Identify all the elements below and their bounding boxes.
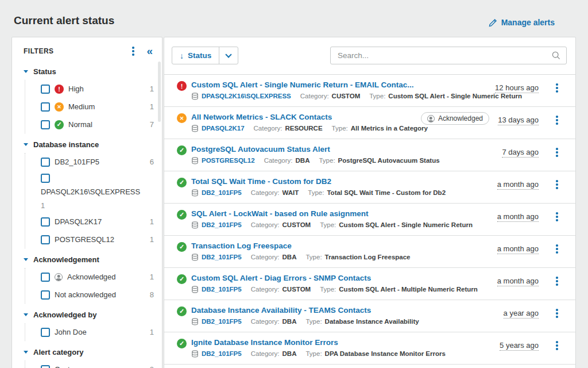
row-kebab-menu-icon[interactable]: [556, 83, 558, 93]
alert-title-link[interactable]: Total SQL Wait Time - Custom for DB2: [191, 177, 455, 186]
alert-time[interactable]: a month ago: [497, 212, 539, 222]
alert-time[interactable]: 7 days ago: [502, 148, 539, 158]
row-kebab-menu-icon[interactable]: [556, 244, 558, 254]
row-kebab-menu-icon[interactable]: [556, 179, 558, 189]
alert-time[interactable]: a month ago: [497, 244, 539, 254]
alert-time[interactable]: a year ago: [504, 309, 539, 319]
category-label: Category:: [264, 156, 293, 164]
filter-section-header[interactable]: Database instance: [24, 136, 162, 153]
status-icon: [177, 178, 187, 187]
filter-checkbox[interactable]: [41, 235, 50, 244]
sort-dropdown-button[interactable]: [219, 47, 238, 64]
filter-checkbox[interactable]: [41, 85, 50, 94]
category-label: Category:: [251, 317, 280, 325]
chevron-down-icon: [24, 351, 28, 354]
filter-section-header[interactable]: Status: [24, 63, 162, 80]
filter-section-header[interactable]: Alert category: [24, 343, 162, 361]
instance-link[interactable]: DB2_101FP5: [202, 285, 242, 293]
alert-row-body: Transaction Log Freespace DB2_101FP5 Cat…: [191, 241, 420, 261]
row-kebab-menu-icon[interactable]: [556, 212, 558, 221]
filter-items: Custom 3: [25, 361, 154, 368]
alert-title-link[interactable]: Custom SQL Alert - Single Numeric Return…: [191, 80, 478, 90]
category-value: CUSTOM: [283, 221, 311, 229]
type-label: Type:: [305, 350, 322, 358]
filter-checkbox[interactable]: [41, 328, 50, 337]
type-label: Type:: [332, 124, 348, 132]
filter-item[interactable]: Acknowledged 1: [41, 268, 154, 286]
filter-section-header[interactable]: Acknowledgement: [24, 251, 162, 268]
filter-item-label: DPASQL2K16\SQLEXPRESS: [41, 187, 140, 197]
alert-title-link[interactable]: PostgreSQL Autovacuum Status Alert: [191, 144, 449, 154]
alert-time[interactable]: 13 days ago: [498, 116, 539, 125]
category-value: CUSTOM: [332, 92, 361, 100]
category-label: Category:: [254, 124, 283, 132]
filter-section-header[interactable]: Acknowledged by: [24, 306, 162, 323]
alert-row: Custom SQL Alert - Diag Errors - SNMP Co…: [164, 268, 575, 300]
alert-row: All Network Metrics - SLACK Contacts DPA…: [164, 107, 575, 139]
search-input[interactable]: [330, 47, 567, 64]
collapse-panel-icon[interactable]: «: [146, 48, 153, 55]
filter-checkbox[interactable]: [41, 120, 50, 129]
row-kebab-menu-icon[interactable]: [556, 276, 558, 286]
filter-item[interactable]: POSTGRESQL12 1: [41, 231, 154, 248]
row-kebab-menu-icon[interactable]: [556, 115, 558, 125]
row-kebab-menu-icon[interactable]: [556, 147, 558, 157]
instance-link[interactable]: DB2_101FP5: [202, 317, 242, 325]
instance-link[interactable]: POSTGRESQL12: [202, 156, 255, 164]
filter-item[interactable]: Medium 1: [41, 98, 154, 116]
filter-checkbox[interactable]: [41, 290, 50, 300]
alert-title-link[interactable]: All Network Metrics - SLACK Contacts: [191, 112, 437, 122]
category-value: DBA: [283, 350, 297, 358]
type-value: Custom SQL Alert - Multiple Numeric Retu…: [339, 285, 478, 293]
database-icon: [191, 189, 199, 197]
manage-alerts-label: Manage alerts: [501, 18, 555, 27]
alert-title-link[interactable]: Ignite Database Instance Monitor Errors: [191, 338, 455, 347]
alert-title-link[interactable]: Transaction Log Freespace: [191, 241, 420, 251]
instance-link[interactable]: DB2_101FP5: [202, 350, 242, 358]
filter-item[interactable]: John Doe 1: [41, 323, 154, 341]
instance-link[interactable]: DPASQL2K16\SQLEXPRESS: [202, 92, 291, 100]
filter-items: Acknowledged 1 Not acknowledged 8: [25, 268, 154, 304]
filter-checkbox[interactable]: [41, 158, 50, 167]
filter-checkbox[interactable]: [41, 174, 50, 183]
instance-link[interactable]: DB2_101FP5: [202, 253, 242, 261]
filter-item[interactable]: DPASQL2K16\SQLEXPRESS 1: [41, 171, 154, 213]
filters-kebab-menu-icon[interactable]: [132, 46, 134, 56]
filter-checkbox[interactable]: [41, 365, 50, 368]
alert-time[interactable]: a month ago: [497, 180, 539, 190]
alert-row-subtitle: POSTGRESQL12 Category: DBA Type: Postgre…: [191, 156, 449, 164]
filter-checkbox[interactable]: [41, 217, 50, 227]
alert-row-body: Database Instance Availability - TEAMS C…: [191, 305, 428, 325]
database-icon: [191, 93, 199, 100]
sort-status-button[interactable]: Status: [172, 47, 219, 64]
filter-item[interactable]: DB2_101FP5 6: [41, 153, 154, 171]
alert-row: SQL Alert - LockWait - based on Rule asi…: [164, 204, 575, 236]
alert-row: Database Instance Availability - TEAMS C…: [164, 300, 575, 332]
status-icon: [177, 210, 187, 220]
filter-item[interactable]: Not acknowledged 8: [41, 286, 154, 304]
instance-link[interactable]: DPASQL2K17: [202, 124, 245, 132]
filter-item[interactable]: Custom 3: [41, 361, 154, 368]
filter-item[interactable]: DPASQL2K17 1: [41, 213, 154, 231]
filter-checkbox[interactable]: [41, 102, 50, 112]
filter-checkbox[interactable]: [41, 273, 50, 282]
sidebar-scrollbar[interactable]: [158, 62, 161, 122]
alert-time[interactable]: 12 hours ago: [495, 83, 539, 93]
status-icon: [177, 306, 187, 316]
instance-link[interactable]: DB2_101FP5: [202, 221, 242, 229]
alert-title-link[interactable]: Database Instance Availability - TEAMS C…: [191, 305, 428, 315]
alert-time[interactable]: a month ago: [497, 277, 539, 286]
category-label: Category:: [251, 350, 280, 358]
filter-item[interactable]: Normal 7: [41, 116, 154, 133]
alert-time[interactable]: 5 years ago: [500, 341, 539, 351]
alert-title-link[interactable]: SQL Alert - LockWait - based on Rule asi…: [191, 209, 478, 218]
instance-link[interactable]: DB2_101FP5: [202, 189, 242, 197]
alert-row-subtitle: DB2_101FP5 Category: CUSTOM Type: Custom…: [191, 221, 482, 229]
alert-title-link[interactable]: Custom SQL Alert - Diag Errors - SNMP Co…: [191, 273, 478, 283]
filter-item[interactable]: High 1: [41, 80, 154, 98]
row-kebab-menu-icon[interactable]: [556, 308, 558, 318]
row-kebab-menu-icon[interactable]: [556, 340, 558, 350]
database-icon: [191, 125, 199, 132]
manage-alerts-button[interactable]: Manage alerts: [489, 18, 555, 27]
page-title: Current alert status: [14, 14, 114, 27]
